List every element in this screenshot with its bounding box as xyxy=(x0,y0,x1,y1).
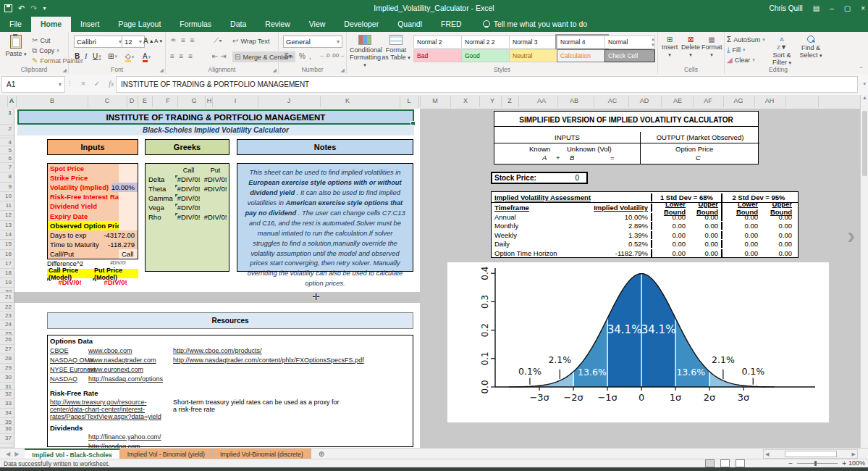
row-header-26[interactable]: 26 xyxy=(0,335,14,345)
sheet-title-cell[interactable]: INSTITUTE OF TRADING & PORTFOLIO MANAGEM… xyxy=(17,109,414,125)
iv-cell[interactable]: 0.00 xyxy=(722,213,761,221)
row-header-34[interactable]: 34 xyxy=(0,409,14,418)
close-button[interactable]: × xyxy=(861,4,865,12)
row-header-15[interactable]: 15 xyxy=(0,240,14,249)
clipboard-dialog-launcher[interactable]: ◢ xyxy=(63,67,67,73)
ribbon-tab[interactable]: Insert xyxy=(71,17,109,32)
name-box[interactable]: A1▾ xyxy=(1,76,65,93)
vertical-scrollbar-thumb[interactable] xyxy=(862,111,867,176)
row-header-27[interactable]: 27 xyxy=(0,345,14,354)
sort-filter-button[interactable]: AZ▼Sort &Filter ▾ xyxy=(769,36,795,67)
column-header-X[interactable]: X xyxy=(463,97,468,104)
resource-url-link[interactable]: http://nasdaq.com/options xyxy=(88,375,173,383)
iv-cell[interactable]: 0.00 xyxy=(761,222,795,230)
resource-name-link[interactable]: NASDAQ xyxy=(50,375,88,383)
column-header-F[interactable]: F xyxy=(166,97,170,104)
column-header-A[interactable]: A xyxy=(9,97,14,104)
treasury-link[interactable]: http://www.treasury.gov/resource-center/… xyxy=(50,399,174,420)
cell-style-chip[interactable]: Normal 2 xyxy=(413,36,464,49)
input-value-cell[interactable] xyxy=(119,192,138,201)
formula-input[interactable]: INSTITUTE OF TRADING & PORTFOLIO MANAGEM… xyxy=(116,76,858,93)
zoom-in-button[interactable]: + xyxy=(842,459,846,467)
iv-cell[interactable]: 0.00 xyxy=(722,231,761,239)
resource-url2-link[interactable]: http://www.cboe.com/products/ xyxy=(173,347,262,354)
cell-style-chip[interactable]: Neutral xyxy=(509,49,560,62)
resource-url-link[interactable]: www.nasdaqtrader.com xyxy=(88,357,173,364)
autosum-button[interactable]: ΣAutoSum ▾ xyxy=(727,36,765,43)
column-header-K[interactable]: K xyxy=(345,97,350,104)
row-header-22[interactable]: 22 xyxy=(0,303,14,312)
row-header-36[interactable]: 36 xyxy=(0,425,14,434)
iv-cell[interactable]: 0.00 xyxy=(761,231,795,239)
row-header-21[interactable]: 21 xyxy=(0,293,14,303)
iv-cell[interactable]: 0.00 xyxy=(688,213,722,221)
row-header-30[interactable]: 30 xyxy=(0,373,14,383)
row-header-5[interactable]: 5 xyxy=(0,146,14,154)
conditional-formatting-button[interactable]: Conditional Formatting ▾ xyxy=(350,35,380,69)
cell-style-chip[interactable]: Check Cell xyxy=(604,49,655,62)
column-header-AB[interactable]: AB xyxy=(570,97,578,104)
greek-put-cell[interactable]: #DIV/0! xyxy=(202,213,229,221)
greek-call-cell[interactable]: #DIV/0! xyxy=(175,194,202,202)
column-header-L[interactable]: L xyxy=(407,97,410,104)
indent-buttons[interactable]: ⇤ ⇥ xyxy=(212,52,227,60)
zoom-slider[interactable] xyxy=(797,463,838,464)
shrink-font-button[interactable]: A▼ xyxy=(154,38,163,44)
iv-cell[interactable]: 0.00 xyxy=(761,213,795,221)
column-header-AF[interactable]: AF xyxy=(704,97,712,104)
ribbon-display-options-icon[interactable]: ▤ xyxy=(813,4,819,12)
paste-button[interactable]: Paste ▾ xyxy=(1,35,30,58)
wrap-text-button[interactable]: ↩Wrap Text xyxy=(232,37,270,45)
resource-name-link[interactable]: NASDAQ OMX xyxy=(50,357,88,364)
fill-button[interactable]: ⤓Fill ▾ xyxy=(727,46,745,54)
row-header-28[interactable]: 28 xyxy=(0,354,14,364)
ribbon-tab[interactable]: FRED xyxy=(431,17,471,32)
column-header-H[interactable]: H xyxy=(207,97,212,104)
vertical-scrollbar[interactable]: ▲ xyxy=(860,95,868,448)
resource-url-link[interactable]: www.cboe.com xyxy=(88,347,173,354)
increase-decimal-button[interactable]: ←.0 xyxy=(319,52,330,59)
ribbon-tab[interactable]: Page Layout xyxy=(109,17,170,32)
bold-button[interactable]: B xyxy=(75,52,80,60)
row-header-8[interactable]: 8 xyxy=(0,172,14,182)
row-header-6[interactable]: 6 xyxy=(0,154,14,163)
row-header-29[interactable]: 29 xyxy=(0,364,14,373)
normal-view-button[interactable] xyxy=(705,459,715,467)
column-header-J[interactable]: J xyxy=(287,97,291,104)
row-header-24[interactable]: 24 xyxy=(0,320,14,330)
grow-font-button[interactable]: A▲ xyxy=(143,37,154,45)
row-header-4[interactable]: 4 xyxy=(0,138,14,146)
row-header-9[interactable]: 9 xyxy=(0,183,14,192)
iv-cell[interactable]: Daily xyxy=(492,240,578,248)
zoom-level[interactable]: 100% xyxy=(848,459,865,467)
formula-bar-expand-icon[interactable]: ▾ xyxy=(863,81,866,87)
zoom-slider-thumb[interactable] xyxy=(814,461,817,466)
alignment-dialog-launcher[interactable]: ◢ xyxy=(273,67,277,73)
row-header-31[interactable]: 31 xyxy=(0,383,14,390)
iv-cell[interactable]: 0.00 xyxy=(652,231,688,239)
column-header-E[interactable]: E xyxy=(143,97,147,104)
dividend-url-link[interactable]: http://finance.yahoo.com/ xyxy=(88,433,161,441)
clear-button[interactable]: ◢Clear ▾ xyxy=(727,56,755,64)
percent-style-button[interactable]: % xyxy=(299,52,306,60)
greek-call-cell[interactable]: #DIV/0! xyxy=(175,185,202,193)
insert-cells-button[interactable]: ⊞Insert▾ xyxy=(660,36,680,59)
row-header-14[interactable]: 14 xyxy=(0,230,14,240)
borders-button[interactable]: ⊞ ▾ xyxy=(108,52,117,60)
column-header-D[interactable]: D xyxy=(130,97,135,104)
row-header-19[interactable]: 19 xyxy=(0,278,14,288)
cell-style-chip[interactable]: Normal 3 xyxy=(509,36,560,49)
iv-cell[interactable]: 0.00 xyxy=(761,249,795,257)
iv-cell[interactable]: 0.00 xyxy=(722,222,761,230)
row-header-20[interactable]: 20 xyxy=(0,288,14,293)
input-value-cell[interactable]: 10.00% xyxy=(111,183,138,192)
sheet-tab[interactable]: Implied Vol - Binomial (yield) xyxy=(120,449,213,459)
ribbon-tab[interactable]: Quandl xyxy=(388,17,431,32)
row-header-11[interactable]: 11 xyxy=(0,201,14,211)
collapse-ribbon-button[interactable]: ⌃ xyxy=(859,66,864,72)
row-header-7[interactable]: 7 xyxy=(0,163,14,172)
decrease-decimal-button[interactable]: .00→ xyxy=(331,52,345,59)
iv-cell[interactable]: 0.00 xyxy=(688,231,722,239)
iv-cell[interactable]: 0.00 xyxy=(688,249,722,257)
user-name[interactable]: Chris Quill xyxy=(770,4,803,12)
